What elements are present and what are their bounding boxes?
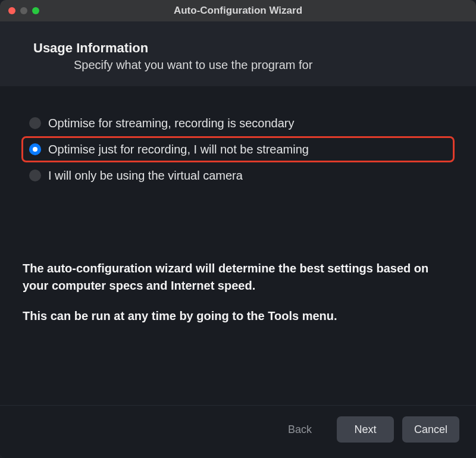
- zoom-window-icon[interactable]: [32, 7, 39, 14]
- radio-icon: [29, 117, 41, 129]
- option-recording[interactable]: Optimise just for recording, I will not …: [21, 136, 455, 162]
- window-title: Auto-Configuration Wizard: [0, 5, 476, 17]
- info-line: The auto-configuration wizard will deter…: [23, 260, 453, 294]
- info-text: The auto-configuration wizard will deter…: [21, 260, 455, 338]
- wizard-window: Auto-Configuration Wizard Usage Informat…: [0, 0, 476, 458]
- close-window-icon[interactable]: [8, 7, 15, 14]
- option-label: I will only be using the virtual camera: [48, 167, 243, 184]
- option-virtual-camera[interactable]: I will only be using the virtual camera: [21, 162, 455, 189]
- wizard-body: Optimise for streaming, recording is sec…: [0, 86, 476, 405]
- window-controls: [8, 7, 39, 14]
- next-button[interactable]: Next: [337, 416, 394, 443]
- radio-icon: [29, 143, 41, 155]
- page-title: Usage Information: [33, 40, 443, 56]
- info-line: This can be run at any time by going to …: [23, 308, 453, 325]
- option-streaming[interactable]: Optimise for streaming, recording is sec…: [21, 110, 455, 136]
- cancel-button[interactable]: Cancel: [402, 416, 459, 443]
- wizard-header: Usage Information Specify what you want …: [0, 21, 476, 86]
- option-label: Optimise for streaming, recording is sec…: [48, 114, 295, 132]
- usage-options: Optimise for streaming, recording is sec…: [21, 110, 455, 189]
- minimize-window-icon[interactable]: [20, 7, 27, 14]
- option-label: Optimise just for recording, I will not …: [48, 140, 309, 158]
- back-button[interactable]: Back: [271, 416, 328, 443]
- titlebar: Auto-Configuration Wizard: [0, 0, 476, 21]
- radio-icon: [29, 170, 41, 181]
- wizard-footer: Back Next Cancel: [0, 405, 476, 458]
- page-subtitle: Specify what you want to use the program…: [33, 58, 443, 72]
